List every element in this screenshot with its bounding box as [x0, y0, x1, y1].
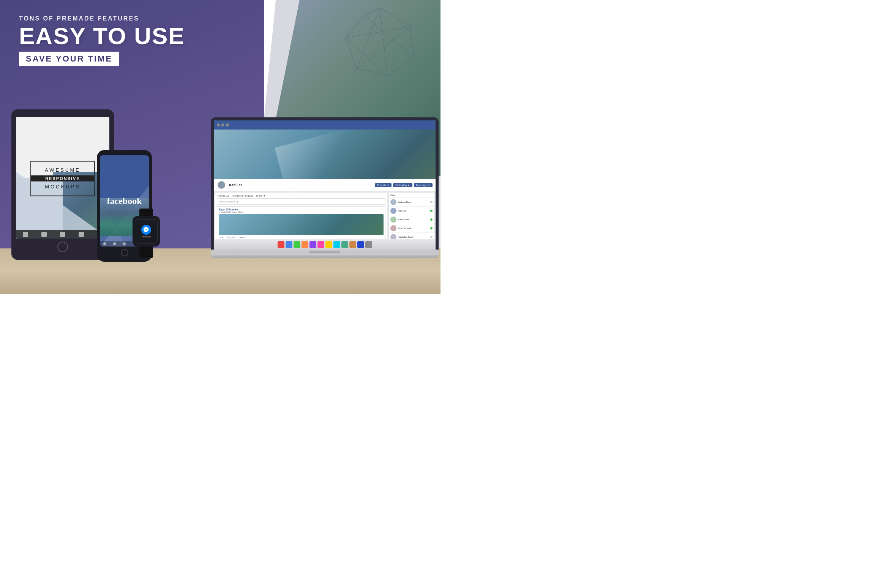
- watch-band-top: [139, 209, 153, 216]
- watch-screen: Messenger: [135, 219, 158, 243]
- fb-share-btn[interactable]: Share: [239, 236, 245, 239]
- offline-indicator: [430, 201, 433, 203]
- fb-cover-photo: [214, 130, 436, 179]
- fb-main: Karl Lee Friends ▼ Following ▼ Message ▼: [214, 130, 436, 239]
- laptop-stand: [211, 255, 439, 258]
- fb-sidebar-right: Chat Andrew Munn Karl Lee: [388, 193, 434, 239]
- svg-line-7: [346, 38, 387, 76]
- watch-app-label: Messenger: [142, 236, 151, 238]
- fb-friends-tab[interactable]: Friends 84 Mutual: [232, 194, 253, 197]
- dock-icon[interactable]: [357, 241, 364, 248]
- fb-comment-btn[interactable]: Comment: [226, 236, 236, 239]
- ipad-bar-icon-home[interactable]: [23, 232, 28, 237]
- ipad-mockup-box: AWESOME RESPONSIVE MOCKUPS: [30, 161, 95, 196]
- svg-line-8: [365, 15, 414, 57]
- fb-profile-name: Karl Lee: [229, 183, 243, 187]
- ipad-mockup-title-bottom: MOCKUPS: [36, 183, 89, 191]
- sidebar-name: Kate Stern: [398, 218, 429, 221]
- headline-main: EASY TO USE: [19, 24, 185, 48]
- fb-like-btn[interactable]: Like: [219, 236, 223, 239]
- online-indicator: [430, 227, 433, 229]
- fb-sidebar-item: Kristoffer Brady: [389, 233, 434, 239]
- ipad-screen: AWESOME RESPONSIVE MOCKUPS: [16, 117, 109, 239]
- svg-line-5: [380, 8, 387, 76]
- ipad-mockup-title-top: AWESOME: [36, 166, 89, 174]
- headline-badge: SAVE YOUR TIME: [19, 52, 119, 66]
- online-indicator: [430, 218, 433, 221]
- dock-icon[interactable]: [286, 241, 292, 248]
- fb-window-max: [226, 123, 229, 126]
- iphone-app-name: facebook: [107, 196, 142, 206]
- sidebar-name: Karl Lee: [398, 210, 429, 212]
- dock-icon[interactable]: [309, 241, 316, 248]
- headline-sub: TONS OF PREMADE FEATURES: [19, 15, 185, 22]
- laptop-screen-outer: Karl Lee Friends ▼ Following ▼ Message ▼: [211, 117, 439, 250]
- fb-message-btn[interactable]: Message ▼: [414, 183, 433, 187]
- fb-following-btn[interactable]: Following ▼: [393, 183, 412, 187]
- offline-indicator: [430, 236, 433, 238]
- fb-photos-tab[interactable]: Photos 22: [217, 194, 229, 197]
- ipad-mockup-badge: RESPONSIVE: [31, 175, 94, 181]
- ipad-bar-icon-globe[interactable]: [79, 232, 84, 237]
- apple-watch-device: Messenger: [131, 209, 161, 258]
- fb-window-close: [217, 123, 220, 126]
- ipad-home-button[interactable]: [57, 242, 68, 252]
- dock-icon[interactable]: [278, 241, 284, 248]
- ipad-tab-bar: [16, 230, 109, 239]
- fb-chat-header: Chat: [389, 193, 434, 198]
- laptop-device: Karl Lee Friends ▼ Following ▼ Message ▼: [211, 117, 439, 258]
- svg-marker-1: [346, 8, 414, 76]
- sidebar-avatar: [390, 225, 396, 231]
- dock-icon[interactable]: [325, 241, 332, 248]
- iphone-bar-dot: [113, 242, 116, 245]
- fb-post-box[interactable]: Write something...: [217, 198, 385, 205]
- sidebar-avatar: [390, 199, 396, 205]
- sidebar-avatar: [390, 217, 396, 223]
- dock-icon[interactable]: [341, 241, 348, 248]
- sidebar-name: Kristoffer Brady: [398, 236, 429, 238]
- dock-icon[interactable]: [317, 241, 324, 248]
- fb-window-min: [221, 123, 224, 126]
- iphone-bar-dot: [123, 242, 126, 245]
- fb-content: Photos 22 Friends 84 Mutual More ▼ Write…: [214, 191, 436, 239]
- fb-sidebar-item: Karl Lee: [389, 207, 434, 215]
- ipad-bar-icon-search[interactable]: [60, 232, 65, 237]
- fb-profile-actions: Friends ▼ Following ▼ Message ▼: [375, 183, 433, 187]
- facebook-ui: Karl Lee Friends ▼ Following ▼ Message ▼: [214, 120, 436, 250]
- iphone-home-button[interactable]: [121, 249, 128, 256]
- dock-icon[interactable]: [333, 241, 340, 248]
- fb-body: Karl Lee Friends ▼ Following ▼ Message ▼: [214, 130, 436, 239]
- fb-feed: Photos 22 Friends 84 Mutual More ▼ Write…: [215, 193, 387, 239]
- svg-line-3: [346, 27, 410, 38]
- fb-post: Ryan O'Rourke changed his cover photo. L…: [217, 206, 385, 239]
- geo-lines-decoration: [327, 4, 433, 80]
- fb-sidebar-item: Andrew Munn: [389, 198, 434, 207]
- dock-icon[interactable]: [365, 241, 372, 248]
- fb-sidebar-item: Kate Stern: [389, 215, 434, 224]
- sidebar-avatar: [390, 208, 396, 214]
- scene: TONS OF PREMADE FEATURES EASY TO USE SAV…: [0, 0, 440, 294]
- laptop-base: [211, 250, 439, 255]
- fb-sidebar-item: Kim Caldwell: [389, 224, 434, 233]
- fb-post-username: Ryan O'Rourke: [219, 208, 384, 211]
- sidebar-name: Andrew Munn: [398, 201, 429, 203]
- fb-topbar: [214, 120, 436, 130]
- dock-icon[interactable]: [349, 241, 356, 248]
- headline-area: TONS OF PREMADE FEATURES EASY TO USE SAV…: [19, 15, 185, 66]
- fb-more-tab[interactable]: More ▼: [256, 194, 266, 197]
- fb-post-actions: Like Comment Share: [219, 236, 384, 239]
- laptop-notch: [309, 251, 340, 253]
- fb-post-action: changed his cover photo.: [219, 211, 384, 213]
- ipad-bar-icon-people[interactable]: [41, 232, 47, 237]
- dock-icon[interactable]: [302, 241, 308, 248]
- fb-friends-btn[interactable]: Friends ▼: [375, 183, 392, 187]
- laptop-screen: Karl Lee Friends ▼ Following ▼ Message ▼: [214, 120, 436, 250]
- iphone-bar-dot: [103, 242, 106, 245]
- watch-band-bottom: [139, 247, 153, 258]
- dock-icon[interactable]: [294, 241, 300, 248]
- online-indicator: [430, 210, 433, 212]
- watch-body: Messenger: [133, 216, 160, 247]
- fb-avatar: [217, 180, 226, 190]
- sidebar-avatar: [390, 234, 396, 239]
- fb-post-image: [219, 214, 384, 235]
